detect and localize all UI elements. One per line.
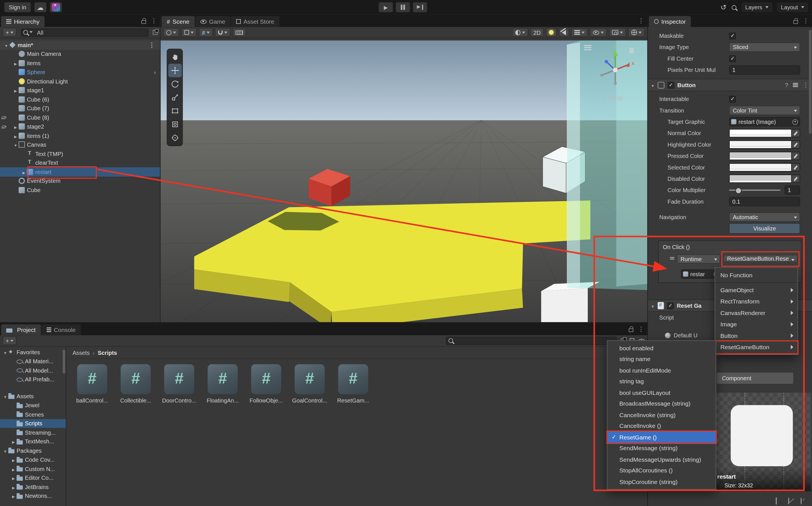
undo-history-icon[interactable] [720,3,727,11]
kebab-menu-icon[interactable] [803,81,809,89]
layout-dropdown[interactable]: Layout [777,3,808,12]
shading-mode-dropdown[interactable] [512,28,528,37]
maskable-checkbox[interactable] [729,32,736,39]
submenu-item[interactable]: BroadcastMessage (string) [607,398,716,409]
component-enabled-checkbox[interactable] [667,302,674,309]
transform-tool-button[interactable] [168,117,182,131]
eyedropper-icon[interactable] [791,130,800,137]
sign-in-button[interactable]: Sign in [4,2,31,12]
tree-scrollbar[interactable] [63,350,65,373]
breadcrumb-root[interactable]: Assets [73,349,90,356]
project-tree-row[interactable]: TextMesh... [0,437,66,446]
pivot-rotation-dropdown[interactable] [181,28,197,37]
hierarchy-row[interactable]: Sphere› [0,68,160,77]
expand-arrow-icon[interactable] [2,447,8,453]
project-tree-row[interactable]: Favorites [0,347,66,356]
scale-tool-button[interactable] [168,91,182,104]
create-asset-button[interactable]: + [3,336,17,345]
ballControl...[interactable]: ballControl... [71,364,113,404]
submenu-item[interactable]: bool useGUILayout [607,387,716,398]
rect-tool-button[interactable] [168,104,182,117]
kebab-menu-icon[interactable] [803,17,809,24]
expand-arrow-icon[interactable] [10,466,17,472]
grid-snap-dropdown[interactable]: # [199,28,213,37]
expand-arrow-icon[interactable] [12,87,19,93]
expand-arrow-icon[interactable] [12,123,19,130]
camera-settings-dropdown[interactable] [609,28,626,37]
scene-3d-canvas[interactable]: y x < Persp [161,40,647,322]
preset-icon[interactable] [793,83,798,84]
hierarchy-row[interactable]: clearText› [0,158,160,167]
menu-item[interactable]: Image [715,319,798,330]
project-tree-row[interactable]: Assets [0,392,66,401]
breadcrumb-current[interactable]: Scripts [98,349,117,356]
pause-button[interactable] [396,2,410,12]
project-tree-row[interactable]: All Model... [0,366,66,375]
inspector-scrollbar[interactable] [809,30,811,134]
color-field[interactable] [729,152,800,160]
expand-arrow-icon[interactable] [12,142,19,148]
audio-toggle[interactable] [559,28,569,37]
image-type-dropdown[interactable]: Sliced [729,43,800,52]
submenu-item[interactable]: CancelInvoke () [607,421,716,431]
eyedropper-icon[interactable] [791,175,800,182]
project-tree-row[interactable]: Scenes [0,410,66,419]
ppu-field[interactable]: 1 [729,65,800,75]
GoalControl...[interactable]: GoalControl... [289,364,330,404]
tab-inspector[interactable]: Inspector [649,16,691,27]
menu-item-no-function[interactable]: No Function [715,269,798,281]
event-runtime-dropdown[interactable]: Runtime [677,254,720,264]
measure-dropdown[interactable] [233,28,246,37]
external-window-icon[interactable] [153,30,158,35]
color-swatch[interactable] [730,141,791,148]
gizmo-handle-dropdown[interactable] [163,28,179,37]
submenu-item[interactable]: StopCoroutine (string) [607,476,716,487]
submenu-item[interactable]: bool runInEditMode [607,365,716,376]
hierarchy-row[interactable]: Directional Light› [0,77,160,86]
project-tree-row[interactable]: All Materi... [0,357,66,366]
project-tree-row[interactable]: Newtons... [0,491,66,500]
submenu-item[interactable]: CancelInvoke (string) [607,409,716,420]
expand-arrow-icon[interactable] [12,60,19,66]
FollowObje...[interactable]: FollowObje... [245,364,287,404]
ResetGam...[interactable]: ResetGam... [332,364,374,404]
scene-visibility-dropdown[interactable] [590,28,607,37]
color-swatch[interactable] [730,175,791,182]
menu-item[interactable]: RectTransform [715,296,798,307]
expand-arrow-icon[interactable] [2,393,8,399]
move-tool-button[interactable] [168,64,182,77]
submenu-item[interactable]: StopAllCoroutines () [607,465,716,476]
scene-note-icon[interactable] [629,48,634,53]
rotate-tool-button[interactable] [168,77,182,91]
visibility-off-icon[interactable] [2,125,6,128]
color-field[interactable] [729,175,800,183]
submenu-item[interactable]: string tag [607,376,716,387]
transition-dropdown[interactable]: Color Tint [729,106,800,115]
event-function-dropdown[interactable]: ResetGameButton.Rese [723,255,798,262]
menu-item[interactable]: ResetGameButton [715,341,798,353]
hierarchy-row[interactable]: Cube (7)› [0,104,160,113]
project-search-input[interactable] [446,336,617,345]
kebab-menu-icon[interactable] [148,41,158,49]
submenu-item[interactable]: SendMessage (string) [607,442,716,453]
eyedropper-icon[interactable] [791,164,800,171]
hierarchy-row[interactable]: items (1)› [0,131,160,140]
menu-item[interactable]: CanvasRenderer [715,307,798,319]
project-tree-row[interactable]: Editor Co... [0,473,66,482]
expand-arrow-icon[interactable] [10,493,17,499]
lock-icon[interactable] [141,20,146,24]
tab-console[interactable]: Console [41,324,81,335]
hierarchy-row[interactable]: stage2› [0,122,160,131]
visibility-off-icon[interactable] [2,116,6,119]
hierarchy-row[interactable]: main*› [0,40,160,49]
hierarchy-row[interactable]: Text (TMP)› [0,149,160,158]
hierarchy-row[interactable]: Main Camera› [0,49,160,58]
sync-status-icon[interactable] [801,498,808,505]
project-tree-row[interactable]: Jewel [0,401,66,410]
menu-item[interactable]: GameObject [715,284,798,296]
hierarchy-row[interactable]: Cube (6)› [0,95,160,104]
submenu-item[interactable]: SendMessageUpwards (string) [607,454,716,465]
project-tree-row[interactable]: Packages [0,446,66,455]
package-status-icon[interactable] [775,498,782,505]
tab-game[interactable]: Game [195,16,231,27]
